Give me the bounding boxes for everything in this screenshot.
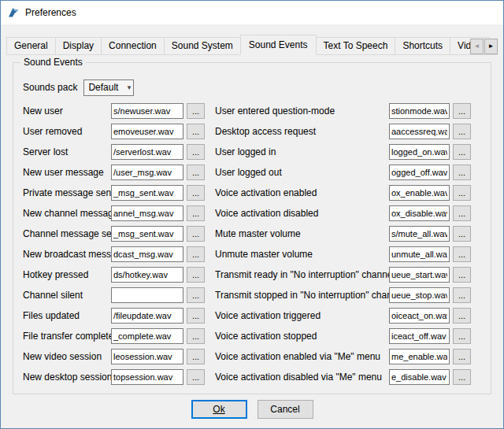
sound-event-label: Voice activation triggered [215, 310, 389, 321]
browse-button[interactable]: ... [187, 308, 205, 324]
tab-text-to-speech[interactable]: Text To Speech [316, 37, 396, 54]
sound-event-row: Channel message sent ... [23, 224, 206, 244]
browse-button[interactable]: ... [453, 205, 471, 221]
sound-event-row: Transmit stopped in "No interruption" ch… [215, 285, 484, 305]
sound-file-input[interactable] [111, 205, 183, 221]
browse-button[interactable]: ... [453, 267, 471, 283]
browse-button[interactable]: ... [187, 124, 205, 139]
sound-file-input[interactable] [389, 328, 450, 344]
sound-file-input[interactable] [111, 328, 183, 344]
sound-file-input[interactable] [389, 246, 450, 262]
sound-event-label: Voice activation disabled via "Me" menu [215, 372, 389, 383]
sound-file-input[interactable] [389, 144, 450, 160]
sound-file-input[interactable] [111, 144, 183, 160]
browse-button[interactable]: ... [187, 267, 205, 283]
sound-file-input[interactable] [111, 287, 183, 303]
sound-event-row: User entered question-mode ... [215, 101, 484, 121]
browse-button[interactable]: ... [187, 144, 205, 160]
sound-file-input[interactable] [111, 308, 183, 324]
sound-file-input[interactable] [389, 185, 450, 201]
sound-event-row: New desktop session ... [23, 367, 206, 387]
sound-file-input[interactable] [111, 267, 183, 283]
sounds-pack-value: Default [88, 82, 118, 93]
browse-button[interactable]: ... [453, 124, 471, 139]
sound-file-input[interactable] [111, 124, 183, 139]
browse-button[interactable]: ... [453, 185, 471, 201]
sound-file-input[interactable] [111, 349, 183, 364]
sound-event-row: File transfer complete ... [23, 326, 206, 346]
sound-event-row: New user ... [23, 101, 206, 121]
sound-file-input[interactable] [389, 267, 450, 283]
sound-event-label: Unmute master volume [215, 249, 389, 260]
sound-events-group: Sound Events Sounds pack Default ▾ New u… [13, 62, 491, 394]
sound-file-input[interactable] [389, 165, 450, 180]
tab-scrollers: ◄ ► [469, 39, 498, 54]
sound-file-input[interactable] [111, 246, 183, 262]
browse-button[interactable]: ... [187, 205, 205, 221]
sound-file-input[interactable] [111, 165, 183, 180]
sound-event-label: New desktop session [23, 372, 111, 383]
sound-file-input[interactable] [111, 103, 183, 119]
sound-file-input[interactable] [389, 205, 450, 221]
browse-button[interactable]: ... [453, 226, 471, 242]
window-title: Preferences [25, 7, 76, 18]
browse-button[interactable]: ... [453, 165, 471, 180]
sound-event-row: Voice activation triggered ... [215, 305, 484, 326]
sound-file-input[interactable] [111, 185, 183, 201]
sound-event-label: Voice activation disabled [215, 208, 389, 219]
tab-display[interactable]: Display [55, 37, 102, 54]
sounds-pack-select[interactable]: Default ▾ [83, 80, 134, 96]
sound-event-row: User logged in ... [215, 142, 484, 162]
sound-event-label: New user message [23, 167, 111, 178]
sound-event-row: Voice activation stopped ... [215, 326, 484, 346]
sound-event-row: Hotkey pressed ... [23, 264, 206, 285]
browse-button[interactable]: ... [187, 349, 205, 364]
tab-shortcuts[interactable]: Shortcuts [395, 37, 450, 54]
sound-event-row: New user message ... [23, 162, 206, 183]
sound-event-row: User removed ... [23, 121, 206, 142]
tab-connection[interactable]: Connection [101, 37, 165, 54]
browse-button[interactable]: ... [187, 103, 205, 119]
tab-sound-system[interactable]: Sound System [164, 37, 241, 54]
browse-button[interactable]: ... [453, 328, 471, 344]
sound-event-label: User logged out [215, 167, 389, 178]
title-bar: Preferences [1, 1, 503, 24]
browse-button[interactable]: ... [453, 349, 471, 364]
sound-file-input[interactable] [389, 369, 450, 385]
browse-button[interactable]: ... [187, 246, 205, 262]
sound-event-row: Voice activation enabled ... [215, 183, 484, 203]
browse-button[interactable]: ... [453, 369, 471, 385]
sound-file-input[interactable] [389, 308, 450, 324]
group-title: Sound Events [20, 57, 86, 68]
sound-file-input[interactable] [389, 349, 450, 364]
ok-button[interactable]: Ok [191, 400, 247, 419]
browse-button[interactable]: ... [453, 287, 471, 303]
sound-file-input[interactable] [389, 103, 450, 119]
sound-file-input[interactable] [389, 287, 450, 303]
browse-button[interactable]: ... [187, 369, 205, 385]
browse-button[interactable]: ... [453, 103, 471, 119]
sound-event-label: Server lost [23, 146, 111, 157]
browse-button[interactable]: ... [453, 246, 471, 262]
sound-event-label: Voice activation enabled [215, 187, 389, 198]
browse-button[interactable]: ... [453, 144, 471, 160]
sound-file-input[interactable] [111, 226, 183, 242]
cancel-button[interactable]: Cancel [258, 400, 313, 419]
browse-button[interactable]: ... [187, 287, 205, 303]
browse-button[interactable]: ... [187, 328, 205, 344]
sound-event-label: Transmit ready in "No interruption" chan… [215, 269, 389, 280]
sound-event-row: Private message sent ... [23, 183, 206, 203]
tab-scroll-left-icon[interactable]: ◄ [470, 39, 484, 54]
sound-file-input[interactable] [389, 124, 450, 139]
tab-general[interactable]: General [6, 37, 56, 54]
chevron-down-icon: ▾ [128, 83, 132, 91]
browse-button[interactable]: ... [187, 226, 205, 242]
tab-scroll-right-icon[interactable]: ► [484, 39, 498, 54]
browse-button[interactable]: ... [187, 165, 205, 180]
tab-sound-events[interactable]: Sound Events [240, 35, 317, 55]
sound-file-input[interactable] [111, 369, 183, 385]
sound-event-label: Files updated [23, 310, 111, 321]
sound-file-input[interactable] [389, 226, 450, 242]
browse-button[interactable]: ... [187, 185, 205, 201]
browse-button[interactable]: ... [453, 308, 471, 324]
